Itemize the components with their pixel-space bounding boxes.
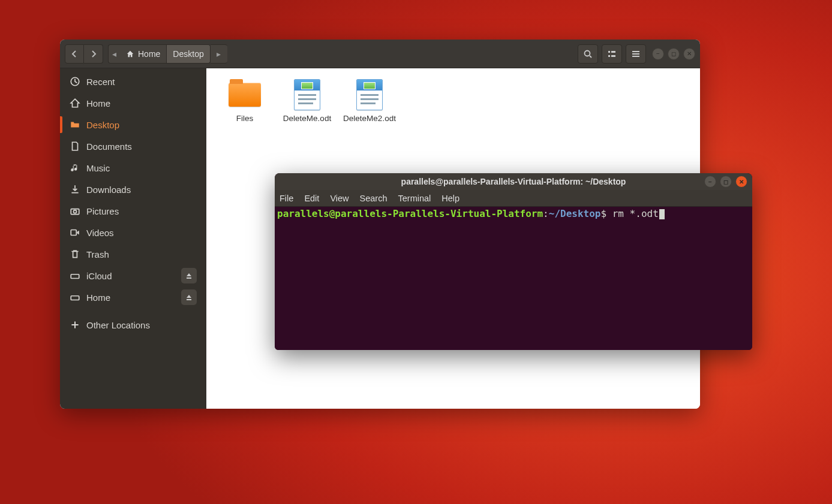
terminal-window: parallels@parallels-Parallels-Virtual-Pl… (275, 173, 752, 350)
terminal-title: parallels@parallels-Parallels-Virtual-Pl… (401, 177, 626, 186)
search-button[interactable] (578, 44, 598, 64)
breadcrumb-next-icon[interactable]: ▸ (211, 44, 227, 64)
prompt-path: ~/Desktop (549, 208, 601, 219)
file-label: Files (216, 114, 274, 124)
prompt-sep: : (543, 208, 549, 219)
prompt-dollar: $ (600, 208, 612, 219)
sidebar-label: Home (86, 98, 110, 108)
terminal-cursor (659, 209, 665, 219)
eject-button[interactable] (181, 268, 197, 283)
svg-rect-1 (608, 51, 610, 53)
files-sidebar: Recent Home Desktop Documents Music Down… (60, 68, 206, 409)
sidebar-item-icloud[interactable]: iCloud (60, 265, 206, 286)
files-maximize-button[interactable]: ◻ (668, 48, 680, 60)
download-icon (70, 184, 80, 195)
document-icon (70, 141, 80, 152)
breadcrumb-home-label: Home (138, 49, 160, 59)
search-icon (583, 49, 593, 59)
breadcrumb-desktop-label: Desktop (173, 49, 203, 59)
sidebar-item-documents[interactable]: Documents (60, 135, 206, 157)
sidebar-label: Music (86, 163, 110, 173)
sidebar-label: Home (86, 292, 110, 303)
menu-file[interactable]: File (280, 194, 293, 203)
camera-icon (70, 206, 80, 216)
terminal-titlebar[interactable]: parallels@parallels-Parallels-Virtual-Pl… (275, 173, 752, 190)
file-tile[interactable]: DeleteMe2.odt (338, 79, 401, 124)
menu-help[interactable]: Help (441, 194, 459, 203)
chevron-left-icon (71, 50, 78, 58)
terminal-maximize-button[interactable]: ◻ (720, 176, 732, 188)
sidebar-label: Trash (86, 249, 109, 259)
sidebar-label: Documents (86, 141, 132, 152)
video-icon (70, 227, 80, 238)
sidebar-item-pictures[interactable]: Pictures (60, 200, 206, 222)
sidebar-item-music[interactable]: Music (60, 157, 206, 179)
sidebar-item-videos[interactable]: Videos (60, 222, 206, 243)
menu-terminal[interactable]: Terminal (398, 194, 431, 203)
sidebar-label: Videos (86, 228, 114, 238)
drive-icon (70, 270, 80, 281)
sidebar-item-home-mount[interactable]: Home (60, 286, 206, 308)
sidebar-label: iCloud (86, 271, 112, 281)
breadcrumb-prev-icon[interactable]: ◂ (108, 44, 120, 64)
breadcrumb-desktop[interactable]: Desktop (167, 44, 210, 64)
drive-icon (70, 292, 80, 303)
menu-view[interactable]: View (330, 194, 349, 203)
nav-back-button[interactable] (65, 44, 84, 64)
prompt-command: rm *.odt (612, 208, 659, 219)
sidebar-item-trash[interactable]: Trash (60, 243, 206, 265)
plus-icon (70, 319, 80, 330)
file-tile[interactable]: DeleteMe.odt (276, 79, 338, 124)
menu-search[interactable]: Search (360, 194, 388, 203)
folder-tile[interactable]: Files (214, 79, 276, 124)
odt-icon (294, 79, 320, 110)
prompt-userhost: parallels@parallels-Parallels-Virtual-Pl… (277, 208, 543, 219)
terminal-minimize-button[interactable]: − (704, 176, 716, 188)
terminal-body[interactable]: parallels@parallels-Parallels-Virtual-Pl… (275, 207, 752, 350)
svg-rect-4 (611, 55, 615, 57)
breadcrumb-home[interactable]: Home (120, 44, 167, 64)
terminal-menubar: File Edit View Search Terminal Help (275, 190, 752, 207)
svg-rect-2 (611, 51, 615, 53)
svg-rect-3 (608, 55, 610, 57)
list-view-icon (607, 49, 617, 59)
sidebar-item-home[interactable]: Home (60, 92, 206, 114)
view-toggle-button[interactable] (602, 44, 622, 64)
nav-forward-button[interactable] (84, 44, 103, 64)
svg-rect-8 (71, 230, 76, 236)
svg-point-0 (585, 50, 590, 56)
files-close-button[interactable]: ✕ (683, 48, 695, 60)
sidebar-item-downloads[interactable]: Downloads (60, 179, 206, 200)
sidebar-item-recent[interactable]: Recent (60, 71, 206, 92)
svg-point-7 (74, 210, 77, 213)
breadcrumb: ◂ Home Desktop ▸ (108, 44, 227, 64)
sidebar-label: Pictures (86, 206, 119, 216)
sidebar-item-desktop[interactable]: Desktop (60, 114, 206, 135)
eject-icon (185, 294, 193, 301)
files-minimize-button[interactable]: − (652, 48, 664, 60)
hamburger-menu-button[interactable] (626, 44, 646, 64)
file-label: DeleteMe.odt (278, 114, 336, 124)
odt-icon (356, 79, 383, 110)
eject-button[interactable] (181, 289, 197, 305)
chevron-right-icon (90, 50, 97, 58)
music-icon (70, 162, 80, 173)
sidebar-item-other-locations[interactable]: Other Locations (60, 314, 206, 336)
eject-icon (185, 272, 193, 279)
terminal-close-button[interactable]: ✕ (735, 176, 747, 188)
trash-icon (70, 249, 80, 259)
file-label: DeleteMe2.odt (341, 114, 398, 124)
clock-icon (70, 76, 80, 87)
menu-icon (631, 49, 641, 59)
menu-edit[interactable]: Edit (304, 194, 319, 203)
folder-icon (229, 83, 261, 107)
svg-rect-10 (71, 296, 79, 300)
sidebar-label: Desktop (86, 120, 119, 130)
home-icon (70, 98, 80, 108)
home-icon (126, 50, 134, 58)
files-titlebar: ◂ Home Desktop ▸ − ◻ ✕ (60, 40, 700, 68)
svg-rect-9 (71, 274, 79, 279)
sidebar-label: Downloads (86, 185, 131, 195)
sidebar-label: Other Locations (86, 320, 150, 330)
sidebar-label: Recent (86, 77, 115, 87)
